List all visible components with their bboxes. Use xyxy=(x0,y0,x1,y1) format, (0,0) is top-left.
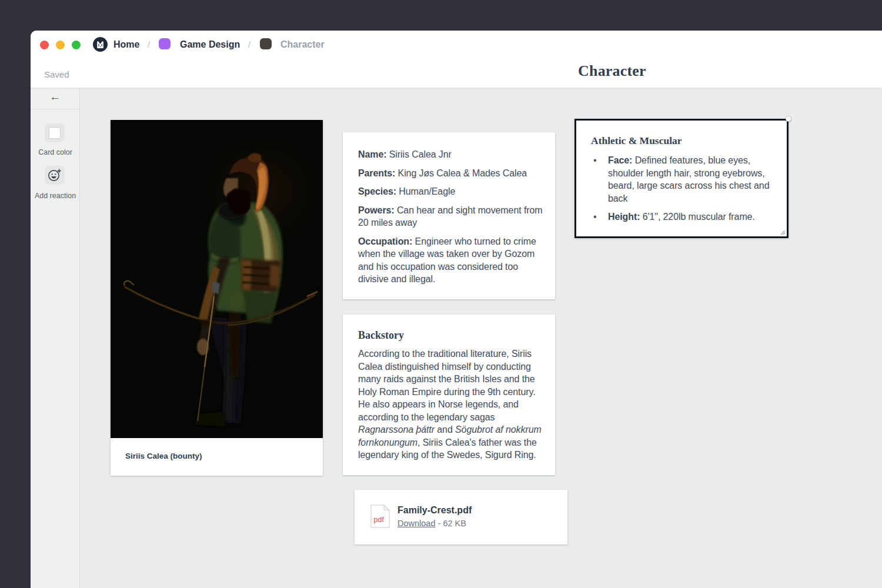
svg-text:pdf: pdf xyxy=(374,516,385,524)
